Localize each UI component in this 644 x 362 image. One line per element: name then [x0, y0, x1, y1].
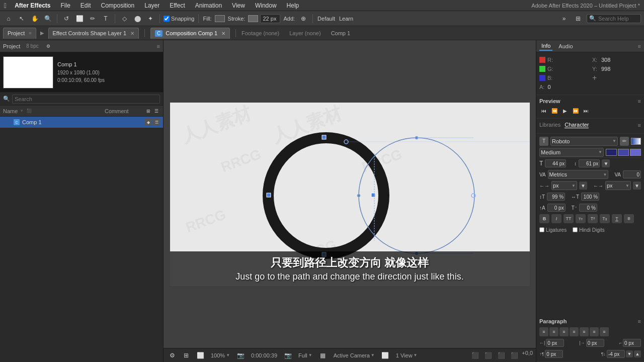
align-justify2-btn[interactable]: ≡ — [580, 327, 589, 336]
zoom-dropdown[interactable]: 100% ▼ — [209, 351, 232, 359]
audio-tab[interactable]: Audio — [556, 42, 575, 50]
allcaps-btn[interactable]: TT — [564, 214, 574, 223]
shift-input[interactable] — [579, 204, 597, 212]
menu-help[interactable]: Help — [285, 2, 301, 9]
composition-panel-tab[interactable]: C Composition Comp 1 ✕ — [150, 28, 230, 39]
resolution-btn[interactable]: ▦ — [317, 350, 329, 361]
font-family-icon[interactable]: T — [539, 137, 548, 146]
comp-motion-btn[interactable]: ⬛ — [509, 350, 520, 361]
camera-dropdown[interactable]: Active Camera ▼ — [332, 351, 377, 359]
font-color-swatch-dark[interactable] — [606, 149, 617, 156]
menu-effect[interactable]: Effect — [168, 2, 187, 9]
project-panel-tab[interactable]: Project ≡ — [3, 28, 36, 39]
rotate-tool[interactable]: ↺ — [61, 13, 72, 24]
align-justify3-btn[interactable]: ≡ — [590, 327, 599, 336]
camera-tool[interactable]: ⬜ — [74, 13, 85, 24]
space-before-input[interactable] — [545, 350, 563, 358]
space-after-input[interactable] — [607, 350, 625, 358]
grid-btn[interactable]: ⊞ — [573, 13, 584, 24]
kern-unit-dropdown[interactable]: px ▼ — [551, 181, 577, 190]
underline-btn[interactable]: T — [612, 214, 622, 223]
list-view[interactable]: ☰ — [153, 108, 160, 115]
font-color-swatch-mid[interactable] — [618, 149, 629, 156]
align-justify4-btn[interactable]: ≡ — [600, 327, 609, 336]
menu-composition[interactable]: Composition — [99, 2, 137, 9]
brush-tool[interactable]: ⬤ — [132, 13, 143, 24]
auto-leading-btn[interactable]: ▼ — [602, 159, 610, 167]
horiz-scale-input[interactable] — [581, 193, 599, 201]
indent-left-input[interactable] — [546, 339, 564, 347]
col-label-btn[interactable]: ⬛ — [26, 108, 33, 115]
font-size-input[interactable] — [545, 159, 566, 167]
menu-window[interactable]: Window — [253, 2, 279, 9]
fill-color-box[interactable] — [215, 15, 225, 22]
pen-tool[interactable]: ✏ — [87, 13, 98, 24]
character-tab[interactable]: Character — [565, 122, 589, 128]
project-search-input[interactable] — [12, 95, 160, 104]
strike-btn[interactable]: T — [624, 214, 634, 223]
home-button[interactable]: ⌂ — [3, 13, 14, 24]
prev-first-btn[interactable]: ⏮ — [539, 106, 548, 115]
font-edit-btn[interactable]: ✏ — [620, 137, 629, 146]
align-right-btn[interactable]: ≡ — [559, 327, 569, 336]
info-tab[interactable]: Info — [539, 42, 552, 51]
effect-controls-close[interactable]: ✕ — [130, 31, 134, 36]
space-after-down-btn[interactable]: ▼ — [626, 350, 633, 357]
quality-dropdown[interactable]: Full ▼ — [296, 351, 314, 359]
zoom-tool[interactable]: 🔍 — [42, 13, 53, 24]
text-tool[interactable]: T — [100, 13, 111, 24]
project-panel-menu[interactable]: ≡ — [29, 31, 31, 36]
snapping-checkbox[interactable]: Snapping — [164, 16, 195, 22]
menu-edit[interactable]: Edit — [78, 2, 93, 9]
font-style-dropdown[interactable]: Medium ▼ — [539, 148, 604, 157]
char-menu-btn[interactable]: ≡ — [638, 122, 641, 128]
indent-right-input[interactable] — [586, 339, 604, 347]
comp-grid-btn[interactable]: ⊞ — [181, 350, 192, 361]
snapshot-btn[interactable]: 📷 — [235, 350, 246, 361]
italic-btn[interactable]: I — [551, 214, 561, 223]
tsumi-unit-dropdown[interactable]: px ▼ — [605, 181, 631, 190]
vert-scale-input[interactable] — [547, 193, 565, 201]
prev-forward-btn[interactable]: ⏩ — [571, 106, 580, 115]
align-justify-btn[interactable]: ≡ — [570, 327, 579, 336]
comp-flow-btn[interactable]: ⬛ — [496, 350, 507, 361]
select-tool[interactable]: ↖ — [16, 13, 27, 24]
stroke-width-input[interactable] — [260, 14, 280, 23]
item-solo-btn[interactable]: ◆ — [145, 119, 152, 126]
menu-after-effects[interactable]: After Effects — [13, 2, 52, 9]
para-menu-btn[interactable]: ≡ — [638, 318, 641, 324]
smallcaps-btn[interactable]: Tт — [576, 214, 586, 223]
extend-btn[interactable]: » — [558, 13, 570, 24]
time-display-comp[interactable]: 0:00:00:39 — [249, 351, 279, 359]
project-item-comp1[interactable]: C Comp 1 ◆ ☰ — [0, 117, 163, 128]
composition-close[interactable]: ✕ — [221, 31, 225, 36]
search-bar[interactable]: 🔍 — [587, 14, 641, 23]
libraries-tab[interactable]: Libraries — [539, 122, 560, 128]
comp-3d-btn[interactable]: ⬛ — [482, 350, 494, 361]
prev-play-btn[interactable]: ▶ — [560, 106, 570, 115]
project-panel-menu-btn[interactable]: ≡ — [157, 43, 160, 49]
space-after-up-btn[interactable]: ▲ — [634, 350, 641, 357]
item-delete-btn[interactable]: ☰ — [153, 119, 160, 126]
comp-layer-btn[interactable]: ⬜ — [195, 350, 206, 361]
baseline-input[interactable] — [547, 204, 566, 212]
kern-down-btn[interactable]: ▼ — [579, 182, 587, 190]
prev-back-btn[interactable]: ⏪ — [550, 106, 559, 115]
sub-btn[interactable]: T₂ — [600, 214, 610, 223]
stroke-color-box[interactable] — [248, 15, 258, 22]
effect-controls-tab[interactable]: Effect Controls Shape Layer 1 ✕ — [48, 28, 139, 39]
menu-layer[interactable]: Layer — [142, 2, 162, 9]
camera-icon-btn[interactable]: 📷 — [282, 350, 293, 361]
font-color-preview[interactable] — [631, 138, 641, 145]
menu-file[interactable]: File — [58, 2, 72, 9]
hand-tool[interactable]: ✋ — [29, 13, 40, 24]
clone-tool[interactable]: ✦ — [145, 13, 156, 24]
bold-btn[interactable]: B — [539, 214, 549, 223]
comp-settings-btn[interactable]: ⚙ — [167, 350, 178, 361]
font-family-dropdown[interactable]: Roboto ▼ — [550, 137, 618, 146]
ligatures-checkbox-group[interactable]: Ligatures — [539, 227, 567, 233]
tsumi-input[interactable] — [623, 170, 641, 178]
indent-top-input[interactable] — [623, 339, 641, 347]
prev-last-btn[interactable]: ⏭ — [582, 106, 591, 115]
project-settings-btn[interactable]: ⚙ — [43, 41, 54, 52]
